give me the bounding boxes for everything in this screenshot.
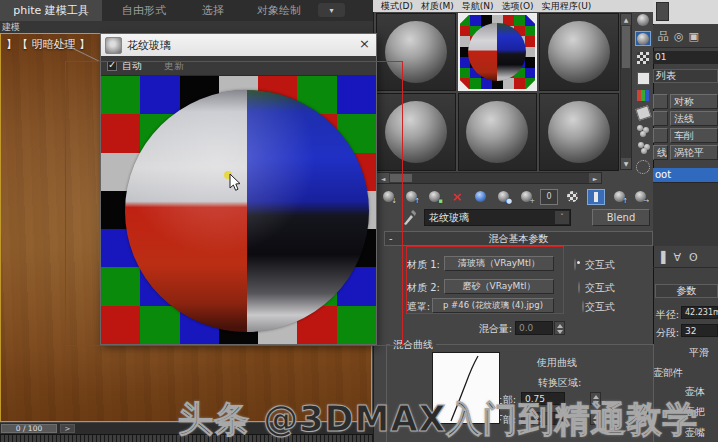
modifier-stack-area[interactable] (653, 182, 718, 246)
toolbar-fragment-icon (656, 2, 669, 21)
transition-zone-label: 转换区域: (538, 376, 581, 390)
preview-window-titlebar[interactable]: 花纹玻璃 × (101, 34, 376, 56)
make-unique-stack-icon[interactable]: ʘ (689, 251, 698, 264)
scroll-down-icon[interactable]: ▼ (621, 158, 631, 169)
slots-horizontal-scrollbar[interactable]: ◄ ► (376, 172, 602, 184)
modifier-button-lathe[interactable]: 车削 (670, 128, 718, 143)
put-material-to-scene-icon[interactable]: ↑ (402, 189, 420, 205)
render-preview-icon (105, 37, 122, 54)
sample-type-icon[interactable] (635, 13, 651, 28)
options-icon[interactable] (635, 123, 651, 138)
material1-interactive-radio[interactable] (574, 258, 576, 271)
rollout-parameters[interactable]: 参数 (655, 284, 718, 298)
reset-map-icon[interactable]: × (448, 189, 466, 205)
timeline-next-frame-button[interactable]: > (60, 424, 75, 433)
tab-object-paint[interactable]: 对象绘制 (240, 0, 318, 21)
modifier-set-button-fragment[interactable] (653, 128, 668, 143)
show-map-in-viewport-icon[interactable] (563, 189, 581, 205)
show-end-result-stack-icon[interactable]: ∀ (673, 251, 681, 264)
make-unique-icon[interactable]: ● (494, 189, 512, 205)
modifier-list-dropdown[interactable]: 列表 (653, 69, 718, 83)
sample-slots (376, 13, 619, 171)
select-by-material-icon[interactable] (635, 141, 651, 156)
chevron-down-icon[interactable]: ˅ (555, 211, 569, 224)
material-name-value: 花纹玻璃 (429, 212, 469, 223)
menu-options[interactable]: 选项(O) (502, 0, 534, 13)
close-icon[interactable]: × (359, 36, 370, 51)
scroll-right-icon[interactable]: ► (589, 173, 601, 183)
put-to-library-icon[interactable]: + (517, 189, 535, 205)
checker-tile (470, 78, 481, 89)
main-toolbar-fragment: 品 ◎ ▣ (653, 25, 718, 48)
pin-stack-icon[interactable]: ▐ (657, 251, 665, 264)
tab-graphite-modeling[interactable]: phite 建模工具 (0, 0, 102, 21)
schematic-view-icon[interactable]: 品 (658, 29, 669, 44)
video-color-check-icon[interactable] (635, 88, 651, 103)
ribbon-minimize-button[interactable]: ▾ (318, 3, 345, 17)
tab-selection[interactable]: 选择 (186, 0, 240, 21)
backlight-icon[interactable] (635, 31, 651, 46)
material-map-navigator-icon[interactable] (635, 159, 651, 174)
checker-tile (460, 26, 471, 37)
material-editor-menubar: 模式(D) 材质(M) 导航(N) 选项(O) 实用程序(U) (373, 0, 653, 12)
scroll-up-icon[interactable]: ▲ (621, 14, 631, 25)
sample-slot[interactable] (539, 13, 619, 91)
mix-amount-field[interactable]: 0.0 (515, 321, 553, 335)
screen: phite 建模工具 自由形式 选择 对象绘制 ▾ 建模 】【 明暗处理 】 0… (0, 0, 718, 442)
ribbon-tab-bar: phite 建模工具 自由形式 选择 对象绘制 ▾ (0, 0, 373, 21)
sample-slot-selected[interactable] (458, 13, 538, 91)
material-name-field[interactable]: 花纹玻璃 ˅ (424, 209, 571, 226)
checker-tile (460, 68, 471, 79)
sample-slot[interactable] (539, 93, 619, 171)
sample-sphere (466, 101, 528, 163)
sample-uv-tiling-icon[interactable] (635, 70, 651, 85)
segments-label: 分段: (653, 326, 679, 340)
menu-navigation[interactable]: 导航(N) (462, 0, 494, 13)
modifier-set-button-fragment[interactable] (653, 94, 668, 109)
menu-mode[interactable]: 模式(D) (381, 0, 413, 13)
checker-tile (460, 78, 471, 89)
checker-tile (525, 57, 536, 68)
show-end-result-icon[interactable] (587, 189, 605, 205)
material1-interactive-label: 交互式 (585, 258, 615, 272)
object-name-field[interactable]: 01 (653, 51, 718, 64)
modifier-button-symmetry[interactable]: 对称 (670, 94, 718, 109)
make-material-copy-icon[interactable] (471, 189, 489, 205)
modifier-set-button-fragment[interactable] (653, 111, 668, 126)
scroll-thumb[interactable] (622, 26, 630, 68)
material2-interactive-radio[interactable] (578, 281, 580, 294)
material-editor-icon[interactable]: ◎ (674, 30, 684, 43)
radius-label: 半径: (653, 308, 679, 322)
mask-interactive-radio[interactable] (582, 300, 584, 313)
modifier-button-turbosmooth[interactable]: 涡轮平 (670, 145, 718, 160)
assign-material-to-selection-icon[interactable]: ▪ (425, 189, 443, 205)
smooth-label: 平滑 (689, 346, 709, 360)
slots-vertical-scrollbar[interactable]: ▲ ▼ (620, 13, 632, 170)
tab-freeform[interactable]: 自由形式 (102, 0, 186, 21)
radius-field[interactable]: 42.231mm (681, 306, 718, 319)
material-type-button[interactable]: Blend (592, 209, 650, 226)
go-forward-to-sibling-icon[interactable]: → (631, 189, 649, 205)
make-preview-icon[interactable] (635, 105, 651, 120)
material-id-channel-icon[interactable]: 0 (540, 189, 558, 205)
modifier-button-normal[interactable]: 法线 (670, 111, 718, 126)
menu-material[interactable]: 材质(M) (421, 0, 454, 13)
checker-tile (525, 15, 536, 26)
timeline-slider[interactable]: 0 / 100 (1, 424, 57, 433)
menu-utilities[interactable]: 实用程序(U) (542, 0, 592, 13)
background-checker-icon[interactable] (635, 51, 651, 66)
checker-tile (470, 15, 481, 26)
modifier-stack-teapot-selected[interactable]: oot (653, 168, 718, 182)
sample-sphere (548, 101, 610, 163)
go-to-parent-icon[interactable]: ↑ (610, 189, 628, 205)
modifier-set-button-fragment[interactable]: 线 (653, 145, 668, 160)
render-setup-icon[interactable]: ▣ (689, 30, 699, 43)
checker-tile (525, 78, 536, 89)
mix-amount-spinner[interactable] (554, 321, 565, 335)
ribbon-subtab-modeling[interactable]: 建模 (0, 21, 373, 33)
sample-slot-tools (635, 13, 652, 203)
pick-material-eyedropper-icon[interactable] (402, 208, 418, 226)
segments-field[interactable]: 32 (681, 324, 718, 337)
sample-slot[interactable] (458, 93, 538, 171)
rollout-blend-basic-params[interactable]: - 混合基本参数 (384, 231, 653, 246)
